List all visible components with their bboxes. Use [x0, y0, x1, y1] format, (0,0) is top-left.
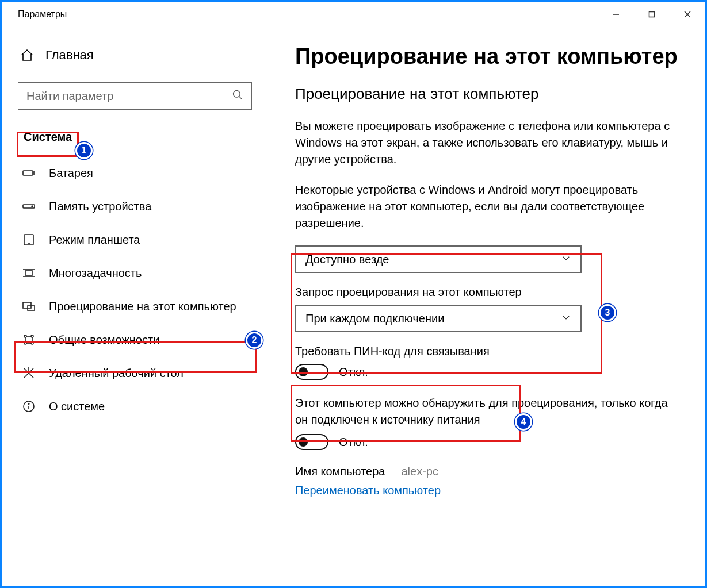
description-1: Вы можете проецировать изображение с тел… — [295, 118, 675, 168]
svg-point-20 — [31, 342, 33, 344]
sidebar-item-projecting[interactable]: Проецирование на этот компьютер — [18, 290, 252, 323]
pcname-value: alex-pc — [401, 465, 438, 478]
svg-point-17 — [24, 335, 26, 337]
svg-rect-15 — [23, 302, 31, 308]
sidebar-item-label: Режим планшета — [49, 233, 140, 247]
storage-icon — [21, 199, 36, 214]
svg-line-5 — [239, 97, 242, 99]
annotation-badge-1: 1 — [75, 142, 93, 159]
svg-point-18 — [31, 335, 33, 337]
pin-toggle-state: Откл. — [339, 366, 368, 379]
battery-icon — [21, 166, 36, 180]
annotation-badge-4: 4 — [515, 413, 532, 431]
main-content: Проецирование на этот компьютер Проециро… — [266, 27, 705, 586]
maximize-button[interactable] — [634, 2, 670, 27]
info-icon — [21, 399, 36, 414]
sidebar-item-about[interactable]: О системе — [18, 390, 252, 423]
window-controls — [598, 2, 705, 27]
dropdown-value: При каждом подключении — [305, 312, 444, 325]
pin-label: Требовать ПИН-код для связывания — [295, 345, 682, 358]
page-title: Проецирование на этот компьютер — [295, 44, 682, 69]
sidebar-item-battery[interactable]: Батарея — [18, 156, 252, 190]
sidebar-category[interactable]: Система — [18, 126, 78, 148]
svg-rect-6 — [23, 171, 33, 175]
dropdown-value: Доступно везде — [305, 253, 389, 266]
sidebar-item-label: Память устройства — [49, 200, 151, 213]
window-title: Параметры — [18, 9, 67, 20]
sidebar-home-label: Главная — [45, 48, 94, 63]
sidebar-item-label: Проецирование на этот компьютер — [49, 300, 236, 313]
shared-icon — [21, 332, 36, 347]
home-icon — [20, 48, 34, 62]
sidebar-item-remote[interactable]: Удаленный рабочий стол — [18, 356, 252, 390]
sidebar-item-shared[interactable]: Общие возможности — [18, 323, 252, 356]
tablet-icon — [21, 232, 36, 247]
svg-point-19 — [24, 342, 26, 344]
close-button[interactable] — [670, 2, 705, 27]
annotation-badge-3: 3 — [599, 304, 616, 321]
power-toggle-state: Откл. — [339, 436, 368, 449]
rename-link[interactable]: Переименовать компьютер — [295, 484, 441, 497]
sidebar-item-storage[interactable]: Память устройства — [18, 190, 252, 223]
sidebar-item-label: Общие возможности — [49, 333, 159, 347]
sidebar-item-multitasking[interactable]: Многозадачность — [18, 256, 252, 290]
annotation-badge-2: 2 — [246, 332, 263, 349]
description-2: Некоторые устройства с Windows и Android… — [295, 182, 675, 232]
ask-dropdown[interactable]: При каждом подключении — [295, 305, 582, 332]
titlebar: Параметры — [2, 2, 705, 27]
svg-point-30 — [28, 403, 29, 405]
availability-dropdown[interactable]: Доступно везде — [295, 245, 582, 273]
minimize-button[interactable] — [598, 2, 634, 27]
section-subtitle: Проецирование на этот компьютер — [295, 85, 682, 103]
chevron-down-icon — [561, 312, 571, 325]
ask-label: Запрос проецирования на этот компьютер — [295, 286, 682, 299]
power-toggle[interactable] — [295, 434, 328, 450]
svg-rect-1 — [649, 12, 655, 17]
sidebar: Главная Найти параметр Система Батарея П… — [2, 27, 266, 586]
remote-icon — [21, 366, 36, 381]
pin-toggle[interactable] — [295, 364, 328, 380]
sidebar-item-label: Удаленный рабочий стол — [49, 367, 184, 380]
multitasking-icon — [21, 266, 36, 280]
project-icon — [21, 299, 36, 314]
sidebar-nav: Батарея Память устройства Режим планшета… — [18, 156, 252, 423]
svg-point-4 — [234, 91, 240, 98]
sidebar-item-tablet[interactable]: Режим планшета — [18, 223, 252, 256]
chevron-down-icon — [561, 253, 571, 266]
sidebar-item-label: Многозадачность — [49, 267, 142, 280]
svg-rect-14 — [25, 271, 32, 275]
search-icon — [232, 89, 243, 103]
sidebar-home[interactable]: Главная — [18, 44, 252, 66]
search-placeholder: Найти параметр — [26, 90, 232, 103]
sidebar-item-label: О системе — [49, 400, 105, 413]
sidebar-item-label: Батарея — [49, 167, 93, 180]
power-label: Этот компьютер можно обнаружить для прое… — [295, 395, 675, 428]
svg-point-9 — [32, 206, 33, 207]
search-input[interactable]: Найти параметр — [18, 82, 252, 110]
svg-rect-7 — [33, 172, 35, 174]
pcname-label: Имя компьютера — [295, 465, 385, 478]
